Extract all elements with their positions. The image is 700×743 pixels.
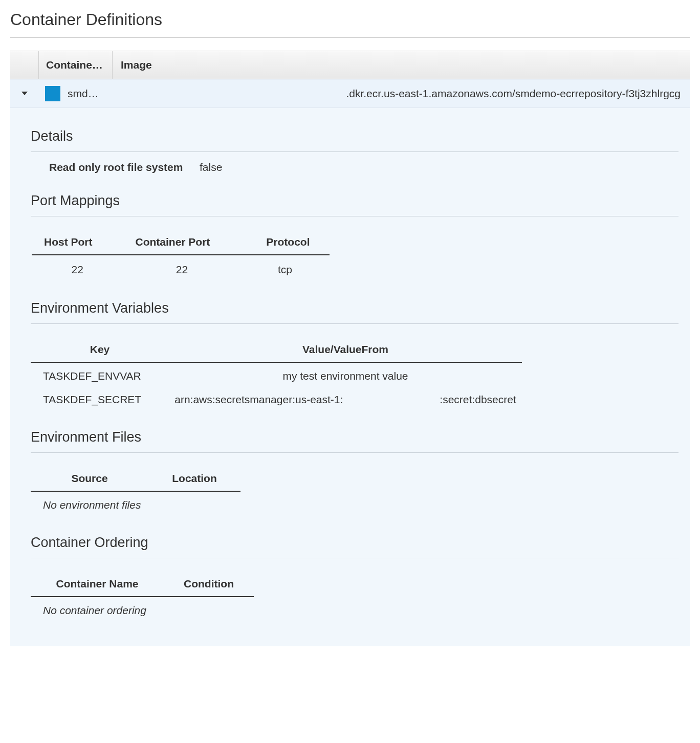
table-header-row: Containe… Image xyxy=(10,51,690,79)
section-env-vars: Environment Variables Key Value/ValueFro… xyxy=(31,300,679,410)
th-file-source: Source xyxy=(31,467,148,491)
td-env-key: TASKDEF_ENVVAR xyxy=(31,362,169,386)
section-title-envvars: Environment Variables xyxy=(31,300,679,316)
env-vars-table: Key Value/ValueFrom TASKDEF_ENVVAR my te… xyxy=(31,338,522,410)
td-container-port: 22 xyxy=(123,255,241,281)
section-divider xyxy=(31,558,679,558)
th-expand-col xyxy=(10,51,39,79)
th-host-port: Host Port xyxy=(32,231,123,255)
ordering-empty: No container ordering xyxy=(31,597,254,621)
section-container-ordering: Container Ordering Container Name Condit… xyxy=(31,535,679,621)
td-env-key: TASKDEF_SECRET xyxy=(31,386,169,410)
section-divider xyxy=(31,216,679,216)
table-row[interactable]: smd… .dkr.ecr.us-east-1.amazonaws.com/sm… xyxy=(10,79,690,108)
th-file-location: Location xyxy=(148,467,240,491)
env-row: TASKDEF_SECRET arn:aws:secretsmanager:us… xyxy=(31,386,522,410)
section-title-ordering: Container Ordering xyxy=(31,535,679,551)
env-files-empty: No environment files xyxy=(31,491,240,515)
env-row: TASKDEF_ENVVAR my test environment value xyxy=(31,362,522,386)
section-title-port: Port Mappings xyxy=(31,193,679,209)
env-files-table: Source Location No environment files xyxy=(31,467,240,515)
title-divider xyxy=(10,37,690,38)
readonly-label: Read only root file system xyxy=(49,161,200,173)
td-container-name: smd… xyxy=(39,86,113,101)
readonly-root-fs-row: Read only root file system false xyxy=(31,152,679,173)
th-env-key: Key xyxy=(31,338,169,362)
th-order-name: Container Name xyxy=(31,573,164,597)
th-container-port: Container Port xyxy=(123,231,241,255)
td-image: .dkr.ecr.us-east-1.amazonaws.com/smdemo-… xyxy=(113,88,690,100)
caret-down-icon xyxy=(21,92,28,95)
td-protocol: tcp xyxy=(240,255,329,281)
page-title: Container Definitions xyxy=(10,10,690,29)
th-container-name[interactable]: Containe… xyxy=(39,51,113,79)
th-env-value: Value/ValueFrom xyxy=(169,338,522,362)
expand-toggle[interactable] xyxy=(10,92,39,95)
readonly-value: false xyxy=(200,161,222,173)
port-mappings-table: Host Port Container Port Protocol 22 22 … xyxy=(32,231,330,281)
td-env-value: my test environment value xyxy=(169,362,522,386)
section-divider xyxy=(31,452,679,453)
td-env-value: arn:aws:secretsmanager:us-east-1: :secre… xyxy=(169,386,522,410)
section-title-envfiles: Environment Files xyxy=(31,429,679,445)
th-order-condition: Condition xyxy=(164,573,254,597)
details-panel: Details Read only root file system false… xyxy=(10,108,690,646)
section-details: Details Read only root file system false xyxy=(31,128,679,173)
section-title-details: Details xyxy=(31,128,679,144)
env-files-empty-row: No environment files xyxy=(31,491,240,515)
td-host-port: 22 xyxy=(32,255,123,281)
ordering-empty-row: No container ordering xyxy=(31,597,254,621)
container-name-text: smd… xyxy=(68,88,99,100)
th-image[interactable]: Image xyxy=(113,51,690,79)
section-port-mappings: Port Mappings Host Port Container Port P… xyxy=(31,193,679,281)
th-protocol: Protocol xyxy=(240,231,329,255)
section-env-files: Environment Files Source Location No env… xyxy=(31,429,679,515)
container-icon xyxy=(45,86,60,101)
section-divider xyxy=(31,323,679,324)
ordering-table: Container Name Condition No container or… xyxy=(31,573,254,621)
port-row: 22 22 tcp xyxy=(32,255,330,281)
